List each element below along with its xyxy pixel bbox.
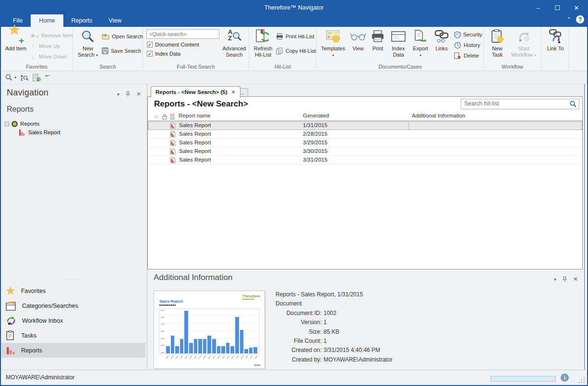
save-search-button[interactable]: Save Search [102, 46, 141, 56]
new-task-button[interactable]: New Task [487, 28, 508, 58]
delete-button[interactable]: Delete [454, 51, 479, 60]
index-data-checkbox[interactable]: ✓ Index Data [147, 51, 180, 57]
link-to-button[interactable]: Link To [545, 28, 566, 52]
sidebar-item-categories[interactable]: Categories/Searches [1, 298, 145, 313]
lock-column-icon[interactable] [162, 114, 167, 119]
status-bar: MOYAWARE\Administrator i [1, 370, 587, 385]
hitlist-tab[interactable]: Reports - <New Search> (5) ✕ [151, 86, 240, 97]
document-column-icon[interactable] [170, 114, 174, 119]
templates-button[interactable]: Templates▾ [321, 28, 346, 58]
panel-splitter[interactable]: ·········· [1, 277, 147, 282]
close-panel-icon[interactable]: ✕ [136, 91, 141, 97]
chart-bar [226, 343, 230, 353]
view-button[interactable]: View [348, 28, 368, 52]
hitlist-search-input[interactable] [464, 100, 565, 107]
detail-row: Document ID:1002 [276, 309, 393, 318]
close-button[interactable]: ✕ [567, 1, 586, 14]
resize-grip[interactable] [579, 377, 585, 383]
detail-row: Version:1 [276, 318, 393, 327]
tab-reports[interactable]: Reports [63, 14, 101, 27]
document-preview-thumbnail[interactable]: Therefore Sales Report [154, 291, 265, 369]
index-data-button[interactable]: Index Data [388, 28, 409, 58]
tree-collapse-icon[interactable]: − [5, 122, 9, 126]
chart-bar [240, 330, 244, 353]
column-report-name[interactable]: Report name [179, 113, 210, 118]
advanced-search-button[interactable]: AZ Advanced Search [221, 28, 247, 58]
help-icon[interactable]: ? [576, 15, 584, 23]
templates-icon [326, 28, 340, 45]
table-row[interactable]: Sales Report 2/28/2015 [148, 130, 582, 139]
sidebar-item-favorites[interactable]: ★ Favorites [1, 283, 145, 298]
move-down-button[interactable]: ↓ Move Down [30, 52, 67, 61]
search-magnifier-icon [81, 28, 95, 45]
column-additional-information[interactable]: Additional Information [412, 113, 465, 118]
ribbon: ★+ Add Item ★✕ Remove Item ↑ Move Up ↓ M… [1, 27, 587, 71]
sidebar-item-reports[interactable]: Reports [1, 343, 145, 358]
printer-icon [276, 33, 283, 40]
table-row[interactable]: Sales Report 3/30/2015 [148, 147, 582, 156]
progress-bar [491, 376, 556, 382]
toolbar-overflow-icon[interactable] [45, 75, 50, 80]
collapse-ribbon-icon[interactable]: ⌃ [567, 16, 571, 23]
info-icon[interactable]: i [561, 374, 569, 382]
copy-hitlist-button[interactable]: Copy Hit-List [276, 46, 316, 56]
links-button[interactable]: Links [432, 28, 451, 52]
move-up-icon: ↑ [30, 43, 36, 50]
additional-information-title: Additional Information [154, 273, 232, 282]
chart-bar [171, 336, 175, 353]
detail-row: Created on:3/31/2015 4:40:46 PM [276, 346, 393, 355]
table-row[interactable]: Sales Report 3/29/2015 [148, 139, 582, 147]
tree-node-reports[interactable]: − Reports [5, 119, 61, 128]
svg-text:Z: Z [21, 78, 23, 81]
maximize-button[interactable]: ☐ [548, 1, 567, 14]
tree-node-sales-report[interactable]: Sales Report [19, 128, 61, 137]
history-button[interactable]: History [454, 40, 480, 50]
table-row[interactable]: Sales Report 1/31/2015 [148, 121, 582, 130]
move-up-button[interactable]: ↑ Move Up [30, 41, 60, 51]
printer-icon [371, 28, 384, 45]
quick-search-tool-button[interactable]: ▾ [5, 74, 16, 81]
sidebar-item-tasks[interactable]: Tasks [1, 328, 145, 343]
collapsed-viewer-strip[interactable] [583, 84, 587, 370]
pin-icon[interactable] [126, 91, 130, 97]
az-search-icon: AZ [227, 28, 241, 45]
print-button[interactable]: Print [369, 28, 387, 52]
remove-item-button[interactable]: ★✕ Remove Item [30, 31, 73, 40]
table-row[interactable]: Sales Report 3/31/2015 [148, 156, 582, 164]
close-panel-icon[interactable]: ✕ [573, 276, 578, 282]
quick-refresh-report-button[interactable] [33, 74, 41, 82]
chart-bar [244, 349, 248, 353]
export-button[interactable]: Export▾ [410, 28, 431, 58]
ribbon-group-workflow: New Task Start Workflow ▾ Workflow [484, 27, 541, 70]
favorite-column-icon[interactable]: ☆ [154, 114, 159, 120]
panel-menu-icon[interactable]: ▾ [117, 92, 120, 97]
document-content-checkbox[interactable]: ✓ Document Content [147, 42, 199, 47]
quick-advanced-search-button[interactable]: AZ [21, 74, 28, 81]
security-button[interactable]: Security [454, 30, 482, 39]
column-generated[interactable]: Generated [303, 113, 329, 118]
add-item-button[interactable]: ★+ Add Item [4, 28, 28, 52]
chart-bar [230, 346, 234, 353]
sidebar-item-workflow-inbox[interactable]: Workflow Inbox [1, 313, 145, 328]
reports-chart-icon [6, 346, 15, 355]
panel-menu-icon[interactable]: ▾ [554, 277, 556, 282]
start-workflow-icon [516, 28, 531, 45]
start-workflow-button[interactable]: Start Workflow ▾ [509, 28, 539, 58]
tab-home[interactable]: Home [31, 14, 63, 27]
copy-icon [276, 47, 283, 55]
tab-view[interactable]: View [100, 14, 130, 27]
close-tab-icon[interactable]: ✕ [231, 89, 236, 95]
pin-icon[interactable] [563, 276, 567, 282]
favorites-star-icon: ★ [6, 286, 15, 296]
pdf-icon [170, 131, 176, 138]
print-hitlist-button[interactable]: Print Hit-List [276, 32, 314, 41]
minimize-button[interactable]: – [528, 1, 548, 14]
open-search-button[interactable]: Open Search [102, 32, 143, 41]
quick-search-input[interactable] [146, 29, 219, 39]
refresh-hitlist-button[interactable]: Refresh Hit-List [252, 28, 274, 58]
report-chart-icon [19, 129, 24, 136]
new-search-button[interactable]: New Search ▾ [77, 28, 99, 58]
search-icon[interactable] [570, 101, 576, 107]
document-tab-strip: Reports - <New Search> (5) ✕ ... [147, 86, 583, 97]
ribbon-group-favorites: ★+ Add Item ★✕ Remove Item ↑ Move Up ↓ M… [1, 27, 73, 70]
